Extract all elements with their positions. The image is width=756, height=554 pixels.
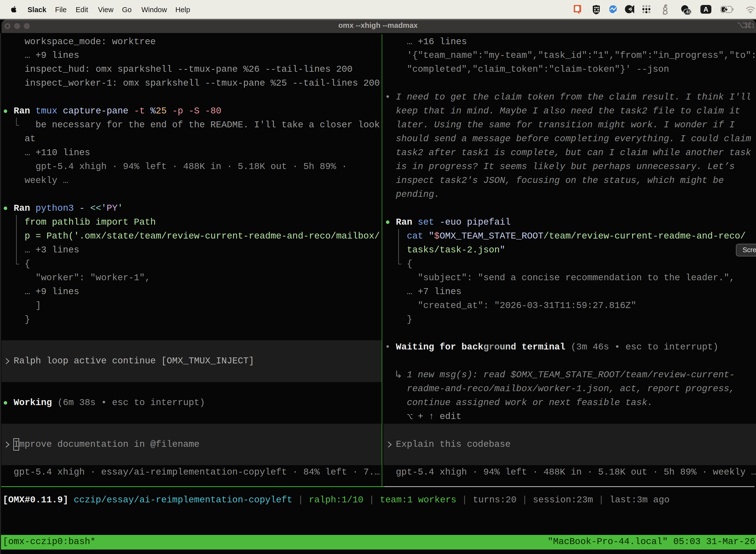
svg-text:1: 1	[751, 22, 754, 29]
svg-text:A: A	[703, 6, 708, 13]
svg-text:..61: ..61	[684, 10, 691, 14]
